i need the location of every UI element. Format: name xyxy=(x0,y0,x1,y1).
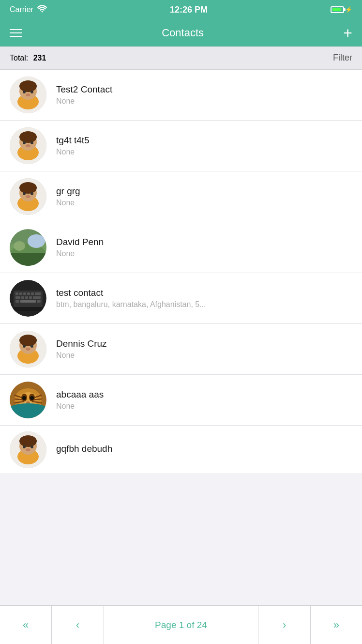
svg-point-47 xyxy=(19,335,37,346)
status-time: 12:26 PM xyxy=(170,5,208,15)
avatar xyxy=(10,280,46,317)
wifi-icon xyxy=(37,5,47,15)
contact-name: tg4t t4t5 xyxy=(56,135,352,146)
svg-rect-36 xyxy=(21,296,24,299)
pagination-bar: « ‹ Page 1 of 24 › » xyxy=(0,605,362,644)
svg-point-76 xyxy=(26,448,30,451)
svg-point-62 xyxy=(22,396,26,400)
contact-info: gr grg None xyxy=(56,186,352,207)
next-page-button[interactable]: › xyxy=(258,606,310,644)
contact-sub: None xyxy=(56,351,352,360)
last-page-button[interactable]: » xyxy=(311,606,362,644)
list-item[interactable]: David Penn None xyxy=(0,222,362,273)
svg-point-19 xyxy=(30,192,33,195)
contact-info: test contact btm, bangaluru, karnataka, … xyxy=(56,288,352,309)
nav-bar: Contacts + xyxy=(0,19,362,46)
total-label: Total: xyxy=(10,54,28,62)
status-bar: Carrier 12:26 PM ⚡ xyxy=(0,0,362,19)
svg-point-20 xyxy=(26,195,30,198)
avatar xyxy=(10,178,46,215)
battery-icon: ⚡ xyxy=(331,6,352,13)
svg-point-17 xyxy=(19,182,37,194)
svg-rect-31 xyxy=(23,292,26,295)
avatar xyxy=(10,127,46,164)
svg-point-10 xyxy=(19,131,37,143)
svg-point-18 xyxy=(23,192,26,195)
svg-point-3 xyxy=(19,80,37,92)
filter-button[interactable]: Filter xyxy=(333,53,352,63)
prev-page-button[interactable]: ‹ xyxy=(52,606,104,644)
svg-point-50 xyxy=(26,348,30,351)
svg-rect-30 xyxy=(19,292,22,295)
contact-name: David Penn xyxy=(56,237,352,247)
svg-point-63 xyxy=(30,396,34,400)
svg-rect-37 xyxy=(25,296,28,299)
svg-rect-43 xyxy=(14,307,43,311)
contact-list: Test2 Contact None tg4t t4t5 None xyxy=(0,70,362,474)
svg-rect-39 xyxy=(33,296,41,299)
contact-sub: None xyxy=(56,249,352,258)
svg-rect-32 xyxy=(27,292,30,295)
contact-info: gqfbh debudh xyxy=(56,444,352,456)
list-item[interactable]: tg4t t4t5 None xyxy=(0,121,362,171)
svg-point-73 xyxy=(19,435,37,447)
svg-rect-40 xyxy=(15,300,19,303)
svg-point-24 xyxy=(28,234,45,248)
svg-point-13 xyxy=(26,144,30,147)
svg-rect-26 xyxy=(10,253,46,266)
avatar xyxy=(10,382,46,418)
avatar xyxy=(10,431,46,468)
svg-point-75 xyxy=(30,445,33,448)
svg-point-49 xyxy=(30,345,33,348)
contact-sub: None xyxy=(56,402,352,411)
total-count: 231 xyxy=(33,54,46,62)
avatar xyxy=(10,77,46,113)
contact-sub: None xyxy=(56,148,352,156)
svg-point-12 xyxy=(30,141,33,144)
contact-sub: btm, bangaluru, karnataka, Afghanistan, … xyxy=(56,300,352,309)
total-bar: Total: 231 Filter xyxy=(0,46,362,70)
total-info: Total: 231 xyxy=(10,54,46,62)
contact-info: tg4t t4t5 None xyxy=(56,135,352,156)
page-title: Contacts xyxy=(162,27,204,39)
svg-point-48 xyxy=(23,345,26,348)
svg-rect-35 xyxy=(15,296,20,299)
svg-point-5 xyxy=(30,91,33,93)
svg-rect-38 xyxy=(29,296,32,299)
first-page-button[interactable]: « xyxy=(0,606,52,644)
svg-rect-34 xyxy=(35,292,41,295)
avatar xyxy=(10,331,46,368)
svg-point-25 xyxy=(14,241,25,251)
svg-point-69 xyxy=(10,403,46,413)
list-item[interactable]: gr grg None xyxy=(0,171,362,222)
list-item[interactable]: Dennis Cruz None xyxy=(0,324,362,375)
list-item[interactable]: test contact btm, bangaluru, karnataka, … xyxy=(0,273,362,324)
svg-rect-33 xyxy=(31,292,34,295)
avatar xyxy=(10,229,46,266)
contact-name: test contact xyxy=(56,288,352,298)
contact-sub: None xyxy=(56,199,352,207)
contact-info: abcaaa aas None xyxy=(56,389,352,411)
svg-point-6 xyxy=(26,93,30,96)
svg-point-4 xyxy=(23,91,26,93)
list-item[interactable]: Test2 Contact None xyxy=(0,70,362,121)
svg-rect-41 xyxy=(20,300,36,303)
add-contact-button[interactable]: + xyxy=(343,25,352,41)
svg-point-74 xyxy=(23,445,26,448)
bolt-icon: ⚡ xyxy=(345,6,352,13)
contact-sub: None xyxy=(56,97,352,106)
contact-name: gqfbh debudh xyxy=(56,444,352,454)
menu-button[interactable] xyxy=(10,29,22,37)
list-item[interactable]: gqfbh debudh xyxy=(0,426,362,474)
page-indicator: Page 1 of 24 xyxy=(104,606,259,644)
status-left: Carrier xyxy=(10,5,47,15)
contact-info: Test2 Contact None xyxy=(56,84,352,106)
carrier-label: Carrier xyxy=(10,5,33,14)
svg-rect-42 xyxy=(37,300,41,303)
list-item[interactable]: abcaaa aas None xyxy=(0,375,362,426)
contact-name: abcaaa aas xyxy=(56,389,352,400)
contact-info: David Penn None xyxy=(56,237,352,258)
contact-info: Dennis Cruz None xyxy=(56,338,352,360)
contact-name: Test2 Contact xyxy=(56,84,352,95)
contact-name: Dennis Cruz xyxy=(56,338,352,349)
